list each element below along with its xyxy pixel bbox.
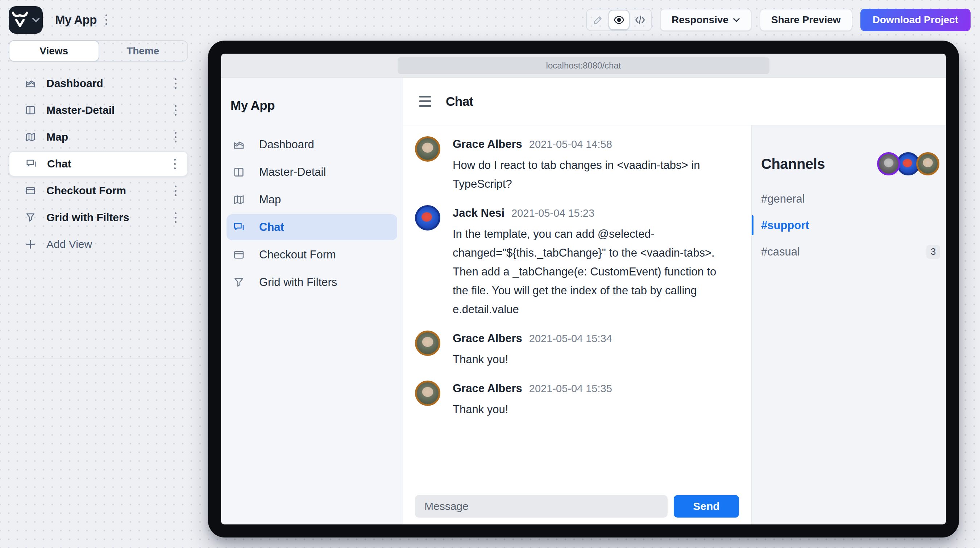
sidebar-item-label: Chat: [47, 158, 169, 170]
message-input[interactable]: [415, 495, 668, 518]
preview-nav-grid-with-filters[interactable]: Grid with Filters: [226, 269, 397, 295]
preview-nav-label: Grid with Filters: [259, 276, 337, 289]
funnel-icon: [25, 212, 36, 223]
channel-member-avatars: [877, 152, 939, 175]
views-list: Dashboard Master-Detail Map Chat Checkou…: [9, 71, 188, 258]
message-author: Jack Nesi: [453, 207, 504, 220]
preview-nav-label: Checkout Form: [259, 248, 336, 261]
hamburger-menu-icon[interactable]: [419, 96, 431, 107]
item-menu-button[interactable]: [169, 156, 181, 172]
message-author: Grace Albers: [453, 332, 522, 345]
channels-panel: Channels #general: [751, 126, 946, 524]
project-menu-button[interactable]: [100, 11, 112, 27]
preview-nav-master-detail[interactable]: Master-Detail: [226, 159, 397, 185]
chat-message: Grace Albers 2021-05-04 14:58 How do I r…: [415, 136, 739, 194]
channel-label: #general: [761, 193, 940, 206]
credit-card-icon: [25, 185, 36, 196]
device-preview-frame: localhost:8080/chat My App Dashboard: [208, 41, 959, 537]
item-menu-button[interactable]: [169, 75, 181, 91]
url-bar[interactable]: localhost:8080/chat: [398, 57, 770, 74]
chevron-down-icon: [32, 18, 40, 22]
split-columns-icon: [233, 166, 245, 178]
item-menu-button[interactable]: [169, 102, 181, 118]
map-icon: [233, 194, 245, 206]
channel-support[interactable]: #support: [752, 212, 946, 239]
chat-message: Grace Albers 2021-05-04 15:34 Thank you!: [415, 331, 739, 369]
item-menu-button[interactable]: [169, 129, 181, 145]
edit-mode-button[interactable]: [587, 10, 609, 30]
credit-card-icon: [233, 249, 245, 261]
sidebar-item-chat[interactable]: Chat: [9, 151, 188, 177]
channels-title: Channels: [761, 156, 825, 172]
message-composer: Send: [403, 495, 751, 524]
add-view-label: Add View: [46, 238, 181, 250]
sidebar-item-master-detail[interactable]: Master-Detail: [9, 97, 188, 123]
avatar: [415, 331, 440, 356]
chat-bubbles-icon: [25, 158, 37, 170]
share-preview-button[interactable]: Share Preview: [760, 9, 852, 31]
app-logo-menu-button[interactable]: [9, 6, 43, 34]
channel-list: #general #support #casual 3: [752, 186, 946, 265]
chart-icon: [233, 139, 245, 151]
add-view-button[interactable]: Add View: [9, 232, 188, 257]
preview-app-nav: My App Dashboard Master-Detail: [221, 78, 403, 524]
sidebar-item-label: Master-Detail: [46, 104, 169, 116]
preview-nav-dashboard[interactable]: Dashboard: [226, 132, 397, 158]
chart-icon: [25, 78, 36, 89]
eye-icon: [613, 14, 625, 26]
channel-general[interactable]: #general: [752, 186, 946, 212]
tab-views[interactable]: Views: [9, 40, 99, 62]
channel-casual[interactable]: #casual 3: [752, 239, 946, 265]
project-title: My App: [55, 13, 97, 27]
chat-message: Jack Nesi 2021-05-04 15:23 In the templa…: [415, 205, 739, 319]
preview-mode-button[interactable]: [609, 10, 630, 30]
sidebar-item-label: Map: [46, 131, 169, 143]
preview-nav-label: Dashboard: [259, 138, 314, 151]
avatar: [415, 136, 440, 162]
chevron-down-icon: [733, 18, 740, 22]
preview-app-title: My App: [221, 98, 402, 113]
code-icon: [634, 14, 646, 26]
chat-view-title: Chat: [446, 94, 473, 109]
message-author: Grace Albers: [453, 138, 522, 151]
code-mode-button[interactable]: [630, 10, 651, 30]
sidebar-item-grid-with-filters[interactable]: Grid with Filters: [9, 205, 188, 230]
top-toolbar: Responsive Share Preview Download Projec…: [586, 9, 970, 31]
preview-nav-label: Map: [259, 193, 281, 206]
avatar: [877, 152, 900, 175]
message-timestamp: 2021-05-04 15:23: [511, 207, 594, 219]
sidebar-item-checkout-form[interactable]: Checkout Form: [9, 178, 188, 203]
split-columns-icon: [25, 104, 36, 116]
send-button[interactable]: Send: [674, 495, 739, 518]
message-body: How do I react to tab changes in <vaadin…: [453, 156, 700, 194]
avatar: [415, 205, 440, 231]
preview-nav-map[interactable]: Map: [226, 186, 397, 213]
funnel-icon: [233, 276, 245, 288]
sidebar-item-map[interactable]: Map: [9, 124, 188, 150]
plus-icon: [25, 239, 36, 250]
message-body: Thank you!: [453, 350, 612, 369]
sidebar-item-dashboard[interactable]: Dashboard: [9, 71, 188, 96]
preview-nav-chat[interactable]: Chat: [226, 214, 397, 240]
message-list: Grace Albers 2021-05-04 14:58 How do I r…: [403, 126, 751, 495]
channel-label: #casual: [761, 245, 926, 258]
item-menu-button[interactable]: [169, 209, 181, 225]
message-timestamp: 2021-05-04 14:58: [529, 139, 612, 150]
vaadin-logo-icon: [11, 11, 28, 29]
map-icon: [25, 131, 36, 143]
preview-nav-checkout-form[interactable]: Checkout Form: [226, 242, 397, 268]
message-timestamp: 2021-05-04 15:35: [529, 383, 612, 395]
message-timestamp: 2021-05-04 15:34: [529, 333, 612, 345]
sidebar-divider: [9, 358, 190, 359]
sidebar-tabs: Views Theme: [9, 40, 188, 62]
tab-theme[interactable]: Theme: [99, 41, 188, 61]
responsive-dropdown[interactable]: Responsive: [660, 9, 752, 31]
preview-nav-label: Master-Detail: [259, 166, 326, 179]
download-project-button[interactable]: Download Project: [861, 9, 970, 31]
pencil-icon: [593, 14, 603, 25]
sidebar-item-label: Dashboard: [46, 77, 169, 89]
avatar: [415, 381, 440, 406]
item-menu-button[interactable]: [169, 183, 181, 199]
chat-message: Grace Albers 2021-05-04 15:35 Thank you!: [415, 381, 739, 419]
sidebar-item-label: Grid with Filters: [46, 211, 169, 224]
